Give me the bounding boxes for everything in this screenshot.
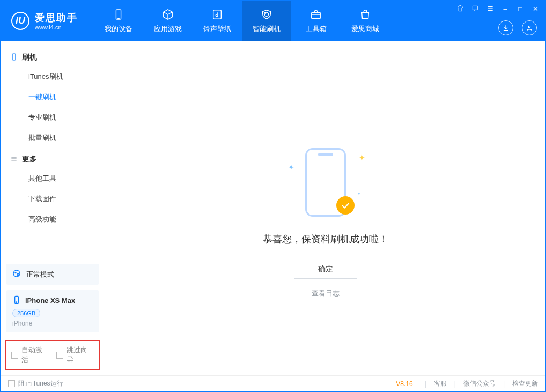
separator: | (425, 380, 426, 388)
sidebar-item-advanced[interactable]: 高级功能 (1, 209, 105, 230)
sidebar-group-flash: 刷机 (1, 46, 105, 66)
sidebar-item-batch-flash[interactable]: 批量刷机 (1, 128, 105, 148)
device-card[interactable]: iPhone XS Max 256GB iPhone (6, 290, 99, 332)
toolbox-icon (309, 8, 322, 21)
title-right-lower (498, 20, 537, 35)
brand-title: 爱思助手 (35, 11, 78, 24)
svg-point-8 (528, 26, 530, 28)
tab-ringtones-wallpapers[interactable]: 铃声壁纸 (193, 1, 242, 41)
tab-my-device[interactable]: 我的设备 (94, 1, 143, 41)
tab-label: 爱思商城 (351, 24, 379, 34)
brand-text: 爱思助手 www.i4.cn (35, 11, 78, 31)
tab-label: 应用游戏 (154, 24, 182, 34)
check-badge-icon (336, 196, 355, 215)
svg-rect-4 (473, 6, 477, 10)
mode-label: 正常模式 (26, 270, 54, 279)
checkbox-label: 阻止iTunes运行 (18, 379, 63, 388)
brand-logo: iU (11, 12, 29, 30)
svg-point-15 (17, 273, 19, 275)
feedback-icon[interactable] (470, 4, 480, 13)
menu-icon[interactable] (485, 4, 495, 13)
device-icon (12, 295, 21, 306)
refresh-shield-icon (260, 8, 273, 21)
checkbox-box (11, 352, 18, 359)
checkbox-block-itunes[interactable]: 阻止iTunes运行 (8, 379, 63, 388)
status-link-wechat[interactable]: 微信公众号 (463, 379, 496, 388)
sidebar-list-flash: iTunes刷机 一键刷机 专业刷机 批量刷机 (1, 66, 105, 148)
svg-rect-9 (12, 54, 16, 60)
sidebar: 刷机 iTunes刷机 一键刷机 专业刷机 批量刷机 更多 其他工具 下载固件 … (1, 41, 105, 375)
sidebar-group-label: 更多 (22, 154, 37, 164)
device-capacity: 256GB (12, 309, 40, 317)
close-button[interactable]: ✕ (530, 4, 540, 13)
svg-rect-0 (116, 9, 121, 19)
brand-logo-letter: iU (16, 15, 25, 26)
sidebar-item-other-tools[interactable]: 其他工具 (1, 168, 105, 189)
sparkle-icon: ✦ (288, 163, 294, 172)
body: 刷机 iTunes刷机 一键刷机 专业刷机 批量刷机 更多 其他工具 下载固件 … (1, 41, 545, 375)
mode-icon (12, 269, 21, 279)
tab-store[interactable]: 爱思商城 (341, 1, 390, 41)
status-link-support[interactable]: 客服 (434, 379, 447, 388)
music-note-icon (211, 8, 224, 21)
checkbox-label: 自动激活 (21, 345, 49, 365)
brand-site: www.i4.cn (35, 24, 78, 31)
success-text: 恭喜您，保资料刷机成功啦！ (263, 233, 388, 246)
version-label: V8.16 (396, 380, 412, 388)
status-link-update[interactable]: 检查更新 (512, 379, 538, 388)
sidebar-item-itunes-flash[interactable]: iTunes刷机 (1, 66, 105, 87)
separator: | (454, 380, 456, 388)
view-log-link[interactable]: 查看日志 (312, 289, 340, 298)
checkbox-label: 跳过向导 (67, 345, 94, 365)
sparkle-icon: ✦ (357, 191, 361, 196)
device-platform: iPhone (12, 320, 32, 327)
svg-point-14 (15, 272, 16, 273)
checkbox-box (8, 380, 15, 387)
sidebar-group-more: 更多 (1, 148, 105, 168)
sidebar-list-more: 其他工具 下载固件 高级功能 (1, 168, 105, 230)
tab-label: 工具箱 (306, 24, 327, 34)
sidebar-item-pro-flash[interactable]: 专业刷机 (1, 107, 105, 128)
separator: | (503, 380, 505, 388)
skin-icon[interactable] (455, 4, 465, 13)
checkbox-skip-guide[interactable]: 跳过向导 (56, 345, 94, 365)
topnav: 我的设备 应用游戏 铃声壁纸 智能刷机 工具箱 (94, 1, 390, 41)
sidebar-item-download-firmware[interactable]: 下载固件 (1, 189, 105, 209)
tab-label: 铃声壁纸 (203, 24, 231, 34)
sidebar-options-highlight: 自动激活 跳过向导 (5, 340, 100, 370)
success-illustration: ✦ ✦ ✦ (283, 148, 368, 218)
tab-toolbox[interactable]: 工具箱 (291, 1, 341, 41)
sidebar-item-oneclick-flash[interactable]: 一键刷机 (1, 87, 105, 107)
tab-label: 我的设备 (105, 24, 132, 34)
statusbar: 阻止iTunes运行 V8.16 | 客服 | 微信公众号 | 检查更新 (1, 375, 545, 391)
svg-rect-3 (312, 12, 321, 18)
tab-label: 智能刷机 (253, 24, 281, 34)
ok-button[interactable]: 确定 (294, 260, 357, 279)
svg-point-13 (13, 270, 20, 277)
window-controls: – □ ✕ (455, 4, 540, 13)
checkbox-box (56, 352, 63, 359)
user-button[interactable] (522, 20, 537, 35)
cube-icon (161, 8, 174, 21)
mode-card[interactable]: 正常模式 (6, 264, 99, 285)
device-icon (112, 8, 125, 21)
titlebar: iU 爱思助手 www.i4.cn 我的设备 应用游戏 铃声壁纸 (1, 1, 545, 41)
more-icon (10, 155, 18, 164)
tab-apps-games[interactable]: 应用游戏 (143, 1, 193, 41)
minimize-button[interactable]: – (500, 4, 510, 13)
brand: iU 爱思助手 www.i4.cn (1, 1, 88, 41)
download-button[interactable] (498, 20, 513, 35)
device-name: iPhone XS Max (25, 297, 75, 305)
svg-point-17 (16, 302, 17, 302)
sparkle-icon: ✦ (359, 153, 365, 162)
sidebar-scroll: 刷机 iTunes刷机 一键刷机 专业刷机 批量刷机 更多 其他工具 下载固件 … (1, 41, 105, 258)
svg-rect-2 (213, 10, 222, 19)
checkbox-auto-activate[interactable]: 自动激活 (11, 345, 49, 365)
main-content: ✦ ✦ ✦ 恭喜您，保资料刷机成功啦！ 确定 查看日志 (105, 41, 545, 375)
phone-icon (10, 53, 18, 62)
sidebar-group-label: 刷机 (22, 53, 37, 62)
maximize-button[interactable]: □ (515, 4, 525, 13)
tab-smart-flash[interactable]: 智能刷机 (242, 1, 291, 41)
sidebar-cards: 正常模式 iPhone XS Max 256GB iPhone (1, 258, 105, 332)
bag-icon (359, 8, 372, 21)
